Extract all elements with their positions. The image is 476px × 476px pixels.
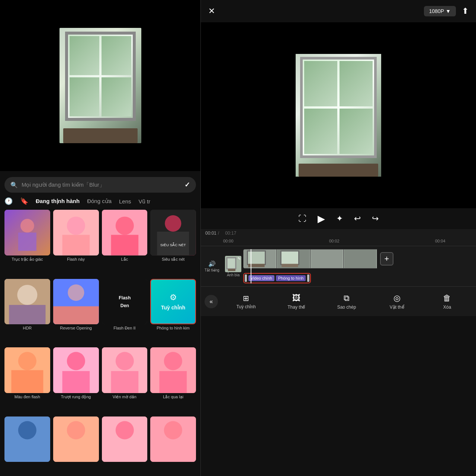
mute-control[interactable]: 🔊 Tắt tiếng bbox=[205, 260, 219, 272]
svg-rect-24 bbox=[11, 370, 43, 393]
window-frame-right bbox=[300, 57, 377, 158]
timeline-section: 00:01 / 00:17 00:00 00:02 00:04 🔊 Tắt ti… bbox=[201, 229, 476, 286]
effect-hdr[interactable]: Pro ⬇ HDR bbox=[4, 279, 50, 345]
time-2: 00:02 bbox=[329, 239, 348, 243]
top-bar: ✕ 1080P ▼ ⬆ bbox=[201, 0, 476, 22]
bottom-toolbar: « ⊞ Tuỳ chỉnh 🖼 Thay thế ⧉ Sao chép ◎ Vậ… bbox=[201, 286, 476, 316]
effect-truot[interactable]: Pro ⬇ Trượt rung động bbox=[53, 347, 99, 414]
svg-rect-51 bbox=[311, 250, 343, 268]
effect-lac[interactable]: Lắc bbox=[102, 210, 148, 276]
tab-lens[interactable]: Lens bbox=[119, 198, 131, 205]
search-confirm-icon[interactable]: ✓ bbox=[184, 181, 190, 189]
effect-vien[interactable]: Viền mờ dần bbox=[102, 347, 148, 414]
effect-thumb-pro4: Pro bbox=[150, 416, 196, 462]
phong-to-tag: Phóng to hình bbox=[276, 275, 306, 281]
svg-text:SIÊU SẮC NÉT: SIÊU SẮC NÉT bbox=[160, 242, 186, 247]
effect-mauden[interactable]: Pro ⬇ Màu đen flash bbox=[4, 347, 50, 414]
svg-rect-44 bbox=[228, 269, 235, 271]
search-icon: 🔍 bbox=[10, 181, 18, 189]
svg-point-35 bbox=[18, 421, 36, 439]
effect-pro1[interactable]: Pro ⬇ bbox=[4, 416, 50, 476]
mute-label: Tắt tiếng bbox=[205, 268, 219, 272]
effect-thumb-trtv bbox=[4, 210, 50, 255]
effect-label-trtv: Trục trặc ảo giác bbox=[4, 257, 50, 262]
toolbar-item-tuychinh[interactable]: ⊞ Tuỳ chỉnh bbox=[221, 294, 271, 309]
effect-pro3[interactable]: Pro bbox=[102, 416, 148, 476]
svg-rect-15 bbox=[9, 305, 45, 324]
fullscreen-button[interactable]: ⛶ bbox=[298, 214, 306, 223]
effect-handle-right bbox=[307, 274, 309, 282]
search-bar[interactable]: 🔍 Mọi người đang tìm kiếm「Blur」 ✓ bbox=[4, 177, 196, 193]
svg-rect-17 bbox=[53, 306, 99, 324]
window-frame-decoration bbox=[65, 32, 136, 121]
effect-label-flashnay: Flash này bbox=[53, 257, 99, 261]
track-controls-left: 🔊 Tắt tiếng bbox=[201, 260, 223, 272]
effect-thumb-pro2: Pro bbox=[53, 416, 99, 462]
tab-more[interactable]: Vũ tr bbox=[139, 198, 151, 205]
thayghe-icon: 🖼 bbox=[292, 293, 300, 303]
effect-thumb-vien bbox=[102, 347, 148, 393]
toolbar-item-thayghe[interactable]: 🖼 Thay thế bbox=[271, 293, 321, 310]
effect-flashden[interactable]: Pro Flash Den Flash Đen II bbox=[102, 279, 148, 345]
collapse-button[interactable]: « bbox=[205, 295, 218, 308]
effect-lacqua[interactable]: ⬇ Lắc qua lại bbox=[150, 347, 196, 414]
video-frame-4 bbox=[344, 249, 377, 268]
timeline-tracks: 🔊 Tắt tiếng ✎ Ảnh bìa bbox=[201, 246, 476, 286]
svg-point-7 bbox=[115, 216, 134, 235]
effect-label-hdr: HDR bbox=[4, 326, 50, 330]
left-preview-image bbox=[60, 28, 141, 143]
effect-sieu[interactable]: SIÊU SẮC NÉT Siêu sắc nét bbox=[150, 210, 196, 276]
undo-button[interactable]: ↩ bbox=[354, 214, 361, 223]
svg-rect-46 bbox=[247, 251, 265, 265]
svg-point-41 bbox=[164, 421, 182, 439]
mute-icon: 🔊 bbox=[208, 260, 216, 267]
right-preview-image bbox=[296, 54, 381, 177]
play-button[interactable]: ▶ bbox=[318, 213, 325, 225]
svg-text:Den: Den bbox=[120, 303, 129, 308]
redo-button[interactable]: ↪ bbox=[372, 214, 379, 223]
bookmark-icon[interactable]: 🔖 bbox=[20, 197, 28, 205]
svg-rect-33 bbox=[160, 371, 187, 393]
pane-r-2 bbox=[340, 61, 373, 106]
tracks-area: + Video chính Phóng to hình bbox=[243, 249, 476, 283]
xoa-icon: 🗑 bbox=[443, 293, 451, 303]
resolution-button[interactable]: 1080P ▼ bbox=[424, 6, 456, 16]
export-button[interactable]: ⬆ bbox=[462, 6, 469, 16]
effect-thumb-flashden: Pro Flash Den bbox=[102, 279, 148, 325]
effect-phong[interactable]: ⚙ Tuỳ chỉnh Phóng to hình kim bbox=[150, 279, 196, 345]
add-clip-button[interactable]: + bbox=[380, 252, 393, 266]
toolbar-item-xoa[interactable]: 🗑 Xóa bbox=[422, 293, 472, 310]
close-button[interactable]: ✕ bbox=[208, 6, 215, 16]
time-separator: / bbox=[218, 231, 219, 236]
svg-point-4 bbox=[67, 216, 85, 235]
anh-bia-control[interactable]: ✎ Ảnh bìa bbox=[223, 256, 243, 277]
toolbar-item-vatthe[interactable]: ◎ Vật thể bbox=[372, 293, 422, 310]
toolbar-item-saochep[interactable]: ⧉ Sao chép bbox=[321, 293, 372, 310]
vatthe-icon: ◎ bbox=[393, 293, 401, 303]
effect-thumb-pro3: Pro bbox=[102, 416, 148, 462]
effect-thumb-mauden: Pro ⬇ bbox=[4, 347, 50, 393]
video-frame-3 bbox=[310, 249, 344, 268]
effect-reverse[interactable]: Pro ⬇ Reverse Opening bbox=[53, 279, 99, 345]
tab-closed[interactable]: Đóng cửa bbox=[87, 198, 112, 205]
svg-rect-50 bbox=[282, 264, 298, 267]
effect-flashnay[interactable]: Flash này bbox=[53, 210, 99, 276]
svg-point-29 bbox=[115, 352, 134, 370]
svg-rect-49 bbox=[281, 251, 299, 265]
effect-trtv[interactable]: Trục trặc ảo giác bbox=[4, 210, 50, 276]
anh-bia-thumb: ✎ bbox=[225, 256, 241, 272]
effect-pro2[interactable]: Pro bbox=[53, 416, 99, 476]
effect-thumb-pro1: Pro ⬇ bbox=[4, 416, 50, 462]
effect-handle-left bbox=[245, 274, 247, 282]
history-icon[interactable]: 🕐 bbox=[4, 197, 13, 205]
svg-point-37 bbox=[67, 421, 85, 439]
effect-pro4[interactable]: Pro bbox=[150, 416, 196, 476]
pane-cell-4 bbox=[102, 77, 131, 116]
svg-point-18 bbox=[68, 284, 84, 300]
player-controls: ⛶ ▶ ✦ ↩ ↪ bbox=[201, 208, 476, 229]
resolution-label: 1080P bbox=[429, 8, 444, 14]
tab-trending[interactable]: Đang thịnh hành bbox=[36, 198, 80, 205]
saochep-label: Sao chép bbox=[337, 305, 356, 310]
effect-track-selected[interactable]: Video chính Phóng to hình bbox=[243, 273, 311, 283]
sparkle-button[interactable]: ✦ bbox=[336, 214, 343, 223]
